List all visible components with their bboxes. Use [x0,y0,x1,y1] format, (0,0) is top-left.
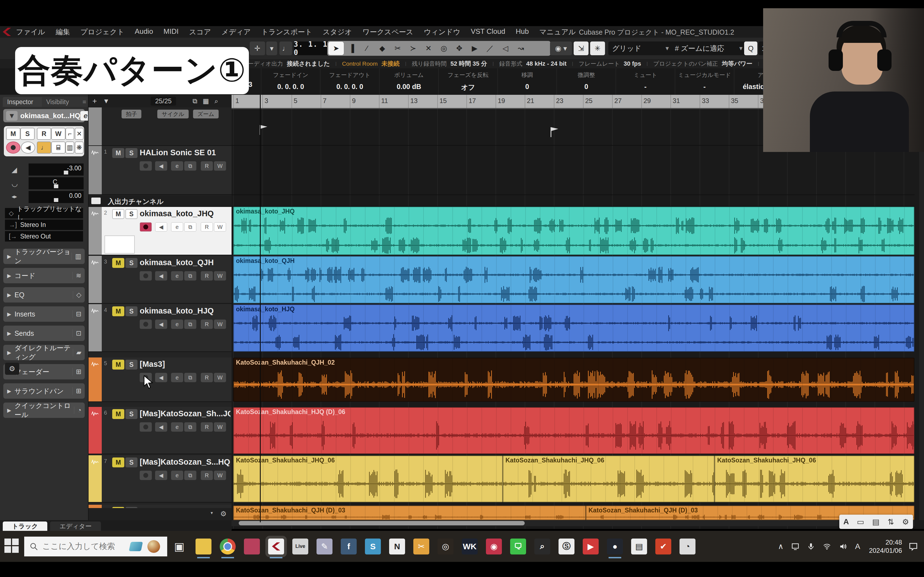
taskbar-task-view-icon[interactable]: ▣ [171,538,187,554]
section-expand-icon[interactable]: ▶ [7,388,11,394]
hscroll-thumb[interactable] [239,521,525,525]
tool-curve[interactable]: ↝ [514,42,528,55]
track-read-button[interactable]: R [201,471,213,480]
zoom-preset-dropdown[interactable]: # ズームに適応▼ [671,42,748,55]
track-monitor-button[interactable]: ◀ [155,319,167,329]
inspector-section-4[interactable]: ▶Sends⊡ [3,326,85,341]
track-color-strip[interactable] [89,256,102,303]
weather-widget-icon[interactable] [129,542,143,551]
volume-thumb[interactable] [64,171,68,174]
inspector-section-3[interactable]: ▶Inserts⊟ [3,306,85,322]
io-folder-row[interactable]: 入出力チャンネル [89,195,232,207]
track-write-button[interactable]: W [214,222,226,232]
inspector-section-1[interactable]: ▶コード≋ [3,268,85,283]
save-icon[interactable]: ▤ [872,517,879,527]
footer-caret-icon[interactable]: ▾ [211,510,213,516]
track-color-strip[interactable] [89,455,102,502]
taskbar-cubase-icon[interactable] [268,538,284,554]
quantize-q-button[interactable]: Q [744,42,758,55]
taskbar-chrome-icon[interactable] [220,538,236,554]
track-mute-button[interactable]: M [112,458,124,467]
info-col-5[interactable]: 微調整0 [557,68,616,95]
track-read-button[interactable]: R [201,373,213,382]
track-freeze-button[interactable]: ⧉ [184,373,196,382]
no-link-icon[interactable]: ✕ [75,128,84,140]
audio-event[interactable]: KatoSozan_Shakuhachi_JHQ_06 [714,456,914,502]
automation-mode-button[interactable]: ◉ ▾ [550,42,572,55]
swap-icon[interactable]: ⇅ [888,517,894,527]
track-read-button[interactable]: R [201,161,213,171]
tool-range[interactable]: ▐ [344,42,359,55]
track-read-button[interactable]: R [201,319,213,329]
audio-event[interactable]: KatoSozan_Shakuhachi_JHQ_06 [233,456,503,502]
marker-flag-icon[interactable] [550,127,561,138]
mute-button[interactable]: M [6,128,20,140]
track-mute-button[interactable]: M [112,258,124,268]
footer-gear-icon[interactable]: ⚙ [220,510,226,518]
freeze-icon[interactable]: ❋ [75,142,84,153]
tool-mute[interactable]: ✕ [421,42,436,55]
tray-hidden-icons-chevron[interactable]: ∧ [778,542,784,551]
taskbar-notion-icon[interactable]: N [389,538,405,554]
info-col-4[interactable]: 移調0 [498,68,557,95]
track-mute-button[interactable]: M [112,148,124,158]
tool-erase[interactable]: ◆ [375,42,389,55]
marker-flag-icon[interactable] [259,124,270,135]
track-monitor-button[interactable]: ◀ [155,161,167,171]
inspector-section-5[interactable]: ▶ダイレクトルーティング▰ [3,345,85,360]
track-freeze-button[interactable]: ⧉ [184,222,196,232]
track-read-button[interactable]: R [201,222,213,232]
routing-item-2[interactable]: Stereo Out [20,233,51,240]
track-write-button[interactable]: W [214,161,226,171]
taskbar-check-app-icon[interactable]: ✔ [655,538,671,554]
section-expand-icon[interactable]: ▶ [7,253,11,259]
track-record-button[interactable] [140,319,152,329]
track-row-okimasa_koto_QJH[interactable]: 3MSokimasa_koto_QJH◀e⧉RW [89,256,232,304]
menu-6[interactable]: メディア [221,27,250,37]
track-solo-button[interactable]: S [125,258,137,268]
track-write-button[interactable]: W [214,373,226,382]
track-edit-button[interactable]: e [171,271,183,280]
delay-thumb[interactable] [54,198,58,202]
track-row-[Mas3][interactable]: 5MS[Mas3]◀e⧉RW [89,358,232,402]
section-expand-icon[interactable]: ▶ [7,311,11,318]
taskbar-gold-ring-app-icon[interactable]: ◎ [438,538,454,554]
track-write-button[interactable]: W [214,422,226,432]
menu-7[interactable]: トランスポート [261,27,312,37]
tray-volume-icon[interactable] [839,543,847,550]
taskbar-skype-icon[interactable]: S [365,538,381,554]
track-mute-button[interactable]: M [112,359,124,369]
taskbar-capture-app-icon[interactable]: ✂ [414,538,429,554]
inspector-settings-gear-icon[interactable]: ⚙ [5,363,19,375]
fold-caret-icon[interactable]: ▼ [6,111,18,121]
grid-type-dropdown[interactable]: グリッド▼ [608,42,674,55]
menu-12[interactable]: Hub [515,27,529,37]
audio-event[interactable]: KatoSozan_Shakuhachi_QJH_02 [233,358,914,402]
audio-event[interactable]: okimasa_koto_HJQ [233,305,914,352]
track-record-button[interactable] [140,271,152,280]
arrange-area[interactable]: 135791113151719212325272931333537 okimas… [231,95,924,529]
menu-4[interactable]: MIDI [164,27,179,37]
menu-10[interactable]: ウィンドウ [424,27,460,37]
tab-track[interactable]: トラック [3,522,47,531]
track-solo-button[interactable]: S [125,306,137,316]
track-color-strip[interactable] [89,304,102,351]
ruler-chip-0[interactable]: 拍子 [121,110,141,118]
track-record-button[interactable] [140,422,152,432]
audio-event[interactable]: KatoSozan_Shakuhachi_HJQ (D)_06 [233,407,914,454]
tool-scrub[interactable]: ◁ [498,42,513,55]
insert-slot-box[interactable] [105,235,135,254]
track-freeze-button[interactable]: ⧉ [184,471,196,480]
metronome-icon[interactable]: ♩ [279,42,292,55]
info-col-6[interactable]: ミュート- [616,68,675,95]
track-color-strip[interactable] [89,207,102,255]
section-expand-icon[interactable]: ▶ [7,350,11,356]
tray-display-icon[interactable] [791,542,800,551]
search-input[interactable] [42,542,125,551]
track-row-okimasa_koto_HJQ[interactable]: 4MSokimasa_koto_HJQ◀e⧉RW [89,304,232,352]
project-cursor[interactable] [260,95,261,522]
info-col-1[interactable]: フェードアウト0. 0. 0. 0 [320,68,380,95]
inspector-section-2[interactable]: ▶EQ◇ [3,287,85,303]
taskbar-dmm-app-icon[interactable]: ◉ [486,538,502,554]
tool-play[interactable]: ▶ [467,42,482,55]
